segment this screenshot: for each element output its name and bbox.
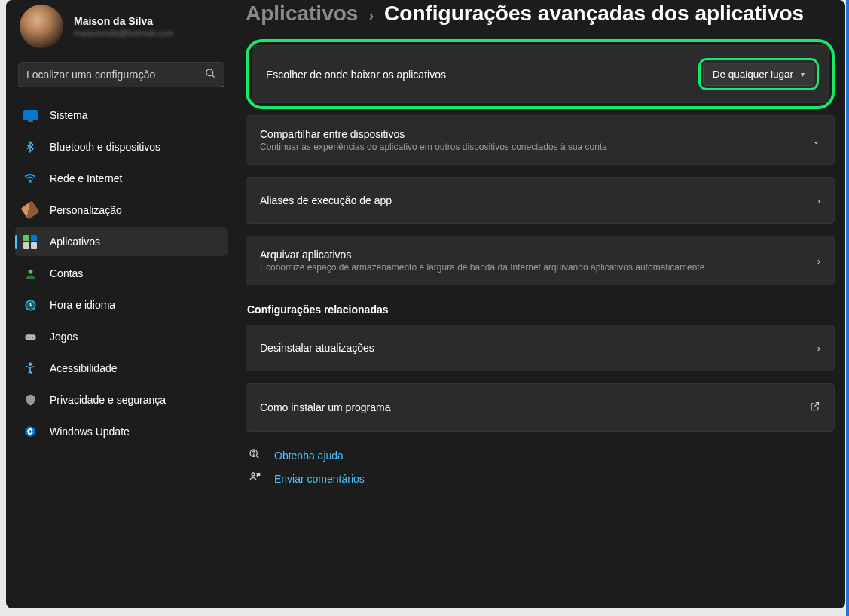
sidebar-item-label: Hora e idioma <box>50 299 115 311</box>
chevron-right-icon: › <box>817 195 820 206</box>
accessibility-icon <box>23 361 38 376</box>
setting-title: Escolher de onde baixar os aplicativos <box>266 69 692 81</box>
sidebar-item-bluetooth[interactable]: Bluetooth e dispositivos <box>15 133 228 161</box>
nav: Sistema Bluetooth e dispositivos Rede e … <box>11 101 232 446</box>
setting-how-to-install[interactable]: Como instalar um programa <box>246 383 835 432</box>
person-icon <box>23 266 38 281</box>
profile-name: Maison da Silva <box>74 15 173 27</box>
chevron-right-icon: › <box>817 255 820 267</box>
bluetooth-icon <box>23 139 38 154</box>
sidebar-item-label: Jogos <box>50 331 78 343</box>
sidebar-item-apps[interactable]: Aplicativos <box>15 227 228 256</box>
sidebar-item-gaming[interactable]: Jogos <box>15 322 228 351</box>
sidebar-item-update[interactable]: Windows Update <box>15 417 228 446</box>
chevron-right-icon: › <box>817 343 820 354</box>
paintbrush-icon <box>23 203 38 218</box>
search-icon <box>205 68 216 81</box>
wifi-icon <box>23 171 38 186</box>
get-help-link[interactable]: Obtenha ajuda <box>247 448 833 462</box>
setting-title: Compartilhar entre dispositivos <box>260 128 802 140</box>
sidebar-item-network[interactable]: Rede e Internet <box>15 164 228 193</box>
sidebar-item-accessibility[interactable]: Acessibilidade <box>15 354 228 383</box>
link-label: Obtenha ajuda <box>274 450 344 462</box>
sidebar-item-label: Aplicativos <box>50 236 100 248</box>
setting-title: Aliases de execução de app <box>260 194 807 206</box>
sidebar-item-accounts[interactable]: Contas <box>15 259 228 288</box>
svg-rect-5 <box>25 334 35 340</box>
svg-point-0 <box>206 69 213 76</box>
download-source-dropdown[interactable]: De qualquer lugar ▾ <box>703 63 814 86</box>
chevron-down-icon: ⌄ <box>812 135 820 146</box>
feedback-icon <box>247 471 262 486</box>
chevron-right-icon: › <box>368 7 374 24</box>
svg-point-6 <box>27 337 29 338</box>
sidebar-item-label: Privacidade e segurança <box>50 394 166 406</box>
svg-line-1 <box>212 75 214 77</box>
profile-email: maisonmds@hotmail.com <box>74 29 173 38</box>
update-icon <box>23 424 38 439</box>
dropdown-value: De qualquer lugar <box>713 69 793 80</box>
setting-archive-apps[interactable]: Arquivar aplicativos Economize espaço de… <box>246 236 835 285</box>
footer-links: Obtenha ajuda Enviar comentários <box>246 435 835 516</box>
gamepad-icon <box>23 329 38 344</box>
page-title: Configurações avançadas dos aplicativos <box>384 2 804 26</box>
sidebar-item-label: Bluetooth e dispositivos <box>50 141 160 153</box>
search-box[interactable] <box>18 62 224 87</box>
avatar <box>20 5 63 48</box>
setting-subtitle: Economize espaço de armazenamento e larg… <box>260 262 807 273</box>
system-icon <box>23 108 38 123</box>
breadcrumb: Aplicativos › Configurações avançadas do… <box>246 0 835 39</box>
setting-title: Como instalar um programa <box>260 401 799 413</box>
setting-app-aliases[interactable]: Aliases de execução de app › <box>246 177 835 224</box>
shield-icon <box>23 392 38 407</box>
main-content: Aplicativos › Configurações avançadas do… <box>237 0 845 608</box>
link-label: Enviar comentários <box>274 473 365 485</box>
apps-icon <box>23 234 38 249</box>
clock-icon <box>23 297 38 313</box>
breadcrumb-parent[interactable]: Aplicativos <box>246 2 358 26</box>
svg-point-2 <box>29 181 31 182</box>
window-border <box>846 0 849 616</box>
related-settings-heading: Configurações relacionadas <box>246 288 835 325</box>
sidebar-item-label: Windows Update <box>50 425 130 438</box>
sidebar-item-label: Personalização <box>50 204 122 216</box>
sidebar-item-privacy[interactable]: Privacidade e segurança <box>15 386 228 414</box>
sidebar-item-label: Acessibilidade <box>50 362 118 374</box>
sidebar-item-personalization[interactable]: Personalização <box>15 196 228 224</box>
chevron-down-icon: ▾ <box>801 70 805 78</box>
setting-title: Arquivar aplicativos <box>260 249 807 261</box>
svg-point-9 <box>25 426 35 437</box>
profile-info: Maison da Silva maisonmds@hotmail.com <box>74 15 173 38</box>
settings-window: Maison da Silva maisonmds@hotmail.com Si… <box>6 0 845 608</box>
svg-point-3 <box>28 269 32 273</box>
highlighted-setting: Escolher de onde baixar os aplicativos D… <box>246 39 835 109</box>
setting-choose-download-source: Escolher de onde baixar os aplicativos D… <box>252 45 829 103</box>
profile-block[interactable]: Maison da Silva maisonmds@hotmail.com <box>11 0 232 62</box>
sidebar-item-label: Contas <box>50 267 83 279</box>
external-link-icon <box>809 401 820 414</box>
help-icon <box>247 448 262 462</box>
svg-line-12 <box>256 456 258 458</box>
setting-title: Desinstalar atualizações <box>260 342 807 354</box>
sidebar-item-label: Sistema <box>50 109 88 121</box>
sidebar-item-system[interactable]: Sistema <box>15 101 228 130</box>
send-feedback-link[interactable]: Enviar comentários <box>247 471 833 486</box>
svg-point-13 <box>252 473 255 476</box>
sidebar: Maison da Silva maisonmds@hotmail.com Si… <box>6 0 237 608</box>
sidebar-item-time[interactable]: Hora e idioma <box>15 291 228 319</box>
sidebar-item-label: Rede e Internet <box>50 172 123 184</box>
setting-uninstall-updates[interactable]: Desinstalar atualizações › <box>246 325 835 371</box>
setting-share-across-devices[interactable]: Compartilhar entre dispositivos Continua… <box>246 115 835 165</box>
setting-subtitle: Continuar as experiências do aplicativo … <box>260 142 802 152</box>
svg-point-11 <box>253 455 254 456</box>
search-input[interactable] <box>26 69 205 81</box>
svg-point-8 <box>29 363 32 365</box>
svg-point-7 <box>32 337 33 338</box>
